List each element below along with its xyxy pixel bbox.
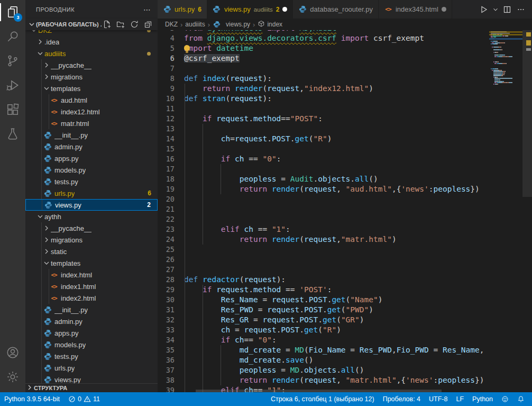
- code-line-20[interactable]: 20: [158, 194, 532, 204]
- feedback-icon[interactable]: [497, 392, 513, 406]
- tree-item-views-py[interactable]: views.py: [25, 374, 158, 383]
- extensions-icon[interactable]: [0, 97, 25, 122]
- tree-item--pycache-[interactable]: __pycache__: [25, 59, 158, 71]
- run-button[interactable]: [478, 4, 490, 15]
- python-interpreter[interactable]: Python 3.9.5 64-bit: [0, 392, 64, 406]
- tab-database-roouter-py[interactable]: database_roouter.py: [293, 0, 379, 19]
- tree-item-urls-py[interactable]: urls.py: [25, 362, 158, 374]
- explorer-icon[interactable]: 3: [0, 0, 25, 24]
- cursor-position[interactable]: Строка 6, столбец 1 (выбрано 12): [267, 392, 379, 406]
- tree-item-aythh[interactable]: aythh: [25, 211, 158, 222]
- dirty-indicator-dot[interactable]: [442, 7, 446, 12]
- testing-icon[interactable]: [0, 122, 25, 146]
- tree-item-apps-py[interactable]: apps.py: [25, 327, 158, 339]
- code-line-4[interactable]: 4from django.views.decorators.csrf impor…: [158, 33, 532, 43]
- code-line-37[interactable]: 37 peopless = MD.objects.all(): [158, 365, 532, 375]
- code-line-21[interactable]: 21: [158, 204, 532, 214]
- tab-views-py[interactable]: views.pyaudiiits2: [207, 0, 293, 19]
- settings-gear-icon[interactable]: [0, 365, 25, 389]
- source-control-icon[interactable]: [0, 49, 25, 73]
- code-line-9[interactable]: 9 return render(request,"index12.html"): [158, 84, 532, 94]
- run-dropdown-icon[interactable]: [492, 4, 499, 15]
- code-line-33[interactable]: 33 ch = request.POST.get("R"): [158, 325, 532, 335]
- code-line-10[interactable]: 10def stran(request):: [158, 94, 532, 104]
- breadcrumb-item-audiiits[interactable]: audiiits: [185, 21, 205, 28]
- tree-item-templates[interactable]: templates: [25, 83, 158, 94]
- code-line-34[interactable]: 34 if ch== "0":: [158, 335, 532, 345]
- tree-item-index12-html[interactable]: <>index12.html: [25, 106, 158, 118]
- tree-item-aud-html[interactable]: <>aud.html: [25, 94, 158, 106]
- tree-item-migrations[interactable]: migrations: [25, 71, 158, 83]
- eol-setting[interactable]: LF: [452, 392, 468, 406]
- tree-item-views-py[interactable]: views.py2: [25, 199, 158, 211]
- indentation-setting[interactable]: Пробелов: 4: [379, 392, 425, 406]
- code-line-29[interactable]: 29 if request.method == 'POST':: [158, 285, 532, 295]
- code-line-23[interactable]: 23 elif ch == "1":: [158, 224, 532, 234]
- new-folder-icon[interactable]: [115, 19, 126, 30]
- code-line-14[interactable]: 14 ch=request.POST.get("R"): [158, 134, 532, 144]
- workspace-section-header[interactable]: (РАБОЧАЯ ОБЛАСТЬ) ...: [25, 19, 158, 30]
- code-line-30[interactable]: 30 Res_Name = request.POST.get("Name"): [158, 295, 532, 305]
- code-line-24[interactable]: 24 return render(request,"matr.html"): [158, 234, 532, 245]
- code-line-11[interactable]: 11: [158, 104, 532, 114]
- tree-item-admin-py[interactable]: admin.py: [25, 315, 158, 327]
- code-line-38[interactable]: 38 return render(request, "matr.html",{'…: [158, 375, 532, 385]
- more-actions-icon[interactable]: [515, 4, 527, 15]
- code-line-32[interactable]: 32 Res_GR = request.POST.get("GR"): [158, 315, 532, 325]
- code-line-7[interactable]: 7: [158, 64, 532, 74]
- tree-item--init-py[interactable]: __init__.py: [25, 304, 158, 315]
- tree-item-apps-py[interactable]: apps.py: [25, 152, 158, 164]
- more-actions-icon[interactable]: ⋯: [143, 5, 151, 14]
- code-line-18[interactable]: 18 peopless = Audit.objects.all(): [158, 174, 532, 184]
- tree-item-tests-py[interactable]: tests.py: [25, 350, 158, 362]
- new-file-icon[interactable]: [102, 19, 112, 30]
- dirty-indicator-dot[interactable]: [282, 7, 287, 12]
- encoding-setting[interactable]: UTF-8: [425, 392, 452, 406]
- tab-index345-html[interactable]: <>index345.html: [379, 0, 452, 19]
- split-editor-icon[interactable]: [501, 4, 513, 15]
- code-line-15[interactable]: 15: [158, 144, 532, 154]
- code-line-17[interactable]: 17: [158, 164, 532, 174]
- tree-item-index1-html[interactable]: <>index1.html: [25, 281, 158, 292]
- account-icon[interactable]: [0, 340, 25, 365]
- tree-item--idea[interactable]: .idea: [25, 36, 158, 48]
- tree-item-templates[interactable]: templates: [25, 257, 158, 269]
- code-line-26[interactable]: 26: [158, 255, 532, 265]
- code-line-22[interactable]: 22: [158, 214, 532, 224]
- scrollbar-thumb[interactable]: [522, 30, 532, 197]
- tree-item-models-py[interactable]: models.py: [25, 339, 158, 350]
- search-icon[interactable]: [0, 24, 25, 49]
- code-line-19[interactable]: 19 return render(request, "aud.html",{'n…: [158, 184, 532, 194]
- problems-indicator[interactable]: 0 11: [64, 392, 104, 406]
- tree-item-dkz[interactable]: DKZ: [25, 30, 158, 36]
- notifications-bell-icon[interactable]: [513, 392, 529, 406]
- tree-item-matr-html[interactable]: <>matr.html: [25, 118, 158, 129]
- breadcrumb-item-index[interactable]: index: [258, 20, 282, 29]
- code-line-8[interactable]: 8def index(request):: [158, 74, 532, 84]
- tab-urls-py[interactable]: urls.py6: [158, 0, 207, 19]
- lightbulb-icon[interactable]: [184, 45, 190, 51]
- tree-item-admin-py[interactable]: admin.py: [25, 141, 158, 152]
- code-line-12[interactable]: 12 if request.method=="POST":: [158, 114, 532, 124]
- tree-item-urls-py[interactable]: urls.py6: [25, 187, 158, 199]
- tree-item-tests-py[interactable]: tests.py: [25, 176, 158, 187]
- vertical-scrollbar[interactable]: [522, 30, 532, 392]
- code-line-28[interactable]: 28def redactor(request):: [158, 275, 532, 285]
- language-mode[interactable]: Python: [468, 392, 497, 406]
- tree-item-models-py[interactable]: models.py: [25, 164, 158, 176]
- code-line-36[interactable]: 36 md_create.save(): [158, 355, 532, 365]
- tree-item-audiiits[interactable]: audiiits: [25, 48, 158, 59]
- tree-item-index-html[interactable]: <>index.html: [25, 269, 158, 281]
- run-debug-icon[interactable]: [0, 73, 25, 97]
- code-line-35[interactable]: 35 md_create = MD(Fio_Name = Res_PWD,Fio…: [158, 345, 532, 355]
- tree-item--init-py[interactable]: __init__.py: [25, 129, 158, 141]
- breadcrumb-item-dkz[interactable]: DKZ: [165, 21, 178, 28]
- outline-section-header[interactable]: СТРУКТУРА: [25, 383, 158, 392]
- code-line-16[interactable]: 16 if ch == "0":: [158, 154, 532, 164]
- code-line-25[interactable]: 25: [158, 245, 532, 255]
- code-editor[interactable]: 3from aythh.models import MD,Audit4from …: [158, 30, 532, 392]
- breadcrumb-item-views-py[interactable]: views.py: [213, 20, 250, 29]
- tree-item--pycache-[interactable]: __pycache__: [25, 222, 158, 234]
- collapse-folders-icon[interactable]: [143, 19, 153, 30]
- tree-item-static[interactable]: static: [25, 246, 158, 257]
